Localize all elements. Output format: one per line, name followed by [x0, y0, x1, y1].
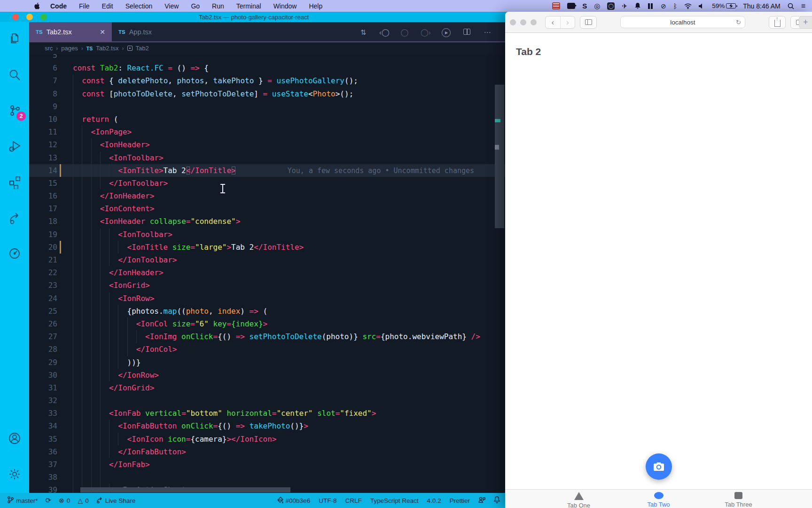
status-prettier[interactable]: Prettier — [449, 497, 470, 504]
status-live-share[interactable]: Live Share — [96, 497, 136, 505]
status-utf-8[interactable]: UTF-8 — [319, 497, 336, 504]
letter-s-icon[interactable]: S — [582, 2, 587, 10]
activity-extensions-icon[interactable] — [7, 175, 22, 190]
volume-icon[interactable] — [699, 2, 705, 10]
breadcrumb-item-pages[interactable]: pages — [61, 45, 78, 52]
activity-source-control-icon[interactable]: 2 — [7, 103, 22, 118]
activity-live-share-icon[interactable] — [7, 210, 22, 225]
rocket-icon[interactable]: ✈ — [622, 2, 627, 10]
status-error[interactable]: ⊗0 — [59, 497, 70, 504]
sidebar-button[interactable] — [580, 16, 597, 29]
menu-item-selection[interactable]: Selection — [125, 2, 153, 10]
code-token: , — [168, 76, 177, 85]
vscode-title-bar[interactable]: Tab2.tsx — photo-gallery-capacitor-react — [0, 12, 508, 22]
gutter-space — [60, 254, 61, 266]
line-number: 26 — [29, 318, 57, 330]
breadcrumb[interactable]: src›pages›TSTab2.tsx›Tab2 — [29, 42, 508, 54]
horizontal-scrollbar[interactable] — [80, 487, 290, 492]
address-bar[interactable]: localhost ↻ — [620, 16, 745, 28]
menu-clock[interactable]: Thu 8:46 AM — [743, 2, 780, 10]
code-token — [272, 76, 277, 85]
menu-item-terminal[interactable]: Terminal — [236, 2, 261, 10]
indent-guide — [73, 151, 82, 164]
tab-button-tab-two[interactable]: Tab Two — [638, 492, 679, 508]
next-change-icon[interactable]: ◯› — [421, 28, 430, 37]
zoom-window-button[interactable] — [40, 14, 47, 20]
vertical-scrollbar[interactable] — [495, 85, 504, 228]
center-change-icon[interactable]: ◯ — [400, 28, 409, 37]
activity-run-debug-icon[interactable] — [7, 139, 22, 154]
breadcrumb-item-src[interactable]: src — [45, 45, 53, 52]
forward-button[interactable]: › — [560, 16, 575, 28]
battery-indicator[interactable]: 59% — [712, 2, 736, 10]
menu-item-edit[interactable]: Edit — [102, 2, 113, 10]
status-typescript-react[interactable]: TypeScript React — [370, 497, 419, 504]
status-paint-bucket[interactable]: #00b3e6 — [277, 497, 311, 505]
window-title: Tab2.tsx — photo-gallery-capacitor-react — [199, 14, 309, 21]
menu-item-view[interactable]: View — [164, 2, 179, 10]
code-line: 27<IonImg onClick={() => setPhotoToDelet… — [29, 330, 508, 343]
breadcrumb-item-tab2.tsx[interactable]: Tab2.tsx — [96, 45, 118, 52]
activity-explorer-icon[interactable] — [7, 32, 22, 47]
menu-item-file[interactable]: File — [79, 2, 90, 10]
ionic-tab-bar: Tab OneTab TwoTab Three — [505, 489, 812, 508]
safari-window: ‹ › localhost ↻ + Tab 2 Tab OneTab TwoTa… — [505, 12, 812, 508]
ionic-app-page: Tab 2 Tab OneTab TwoTab Three — [505, 33, 812, 508]
indent-guide — [109, 433, 118, 445]
activity-settings-gear-icon[interactable] — [7, 467, 22, 482]
close-window-button[interactable] — [12, 14, 19, 20]
editor-tab-app.tsx[interactable]: TSApp.tsx — [112, 22, 186, 41]
menu-item-code[interactable]: Code — [50, 2, 67, 10]
status-crlf[interactable]: CRLF — [345, 497, 361, 504]
screen-record-icon[interactable]: ◯ — [607, 2, 615, 10]
activity-account-icon[interactable] — [7, 431, 22, 446]
activity-run-circle-icon[interactable] — [7, 246, 22, 261]
share-button[interactable] — [769, 16, 786, 29]
menu-item-window[interactable]: Window — [273, 2, 297, 10]
apple-menu-icon[interactable] — [34, 2, 41, 9]
activity-search-icon[interactable] — [7, 67, 22, 82]
tab-button-tab-three[interactable]: Tab Three — [718, 492, 759, 508]
editor-tab-tab2.tsx[interactable]: TSTab2.tsx✕ — [29, 22, 112, 41]
zoom-window-button[interactable] — [531, 19, 537, 25]
camera-icon[interactable] — [567, 2, 575, 10]
status-label: Live Share — [105, 497, 136, 504]
breadcrumb-item-tab2[interactable]: Tab2 — [136, 45, 149, 52]
wifi-icon[interactable] — [684, 2, 692, 10]
close-window-button[interactable] — [510, 19, 516, 25]
reload-icon[interactable]: ↻ — [736, 19, 741, 26]
record-icon[interactable]: ◎ — [594, 2, 600, 10]
back-button[interactable]: ‹ — [546, 16, 560, 28]
code-token: , — [209, 307, 218, 316]
menu-item-go[interactable]: Go — [191, 2, 200, 10]
new-tab-button[interactable]: + — [799, 16, 812, 29]
menu-item-help[interactable]: Help — [309, 2, 322, 10]
split-editor-icon[interactable] — [462, 28, 471, 36]
more-actions-icon[interactable]: ⋯ — [483, 28, 492, 37]
status-feedback[interactable] — [478, 497, 485, 505]
code-editor[interactable]: 56const Tab2: React.FC = () => {7const {… — [29, 54, 508, 493]
minimize-window-button[interactable] — [26, 14, 33, 20]
bars-icon[interactable] — [648, 2, 654, 10]
status-warning[interactable]: △0 — [78, 497, 88, 504]
circle-slash-icon[interactable]: ⊘ — [661, 2, 666, 10]
bluetooth-icon[interactable]: ᛒ — [673, 2, 677, 10]
status-notifications-bell[interactable] — [494, 496, 500, 505]
list-icon[interactable]: ≡ — [801, 2, 805, 10]
open-changes-icon[interactable]: ⇅ — [359, 28, 368, 37]
run-icon[interactable]: ▶ — [441, 27, 451, 37]
bell-icon[interactable] — [634, 2, 641, 10]
status-sync[interactable]: ⟳ — [46, 496, 52, 505]
status-4-0-2[interactable]: 4.0.2 — [427, 497, 441, 504]
breadcrumb-separator: › — [56, 45, 58, 52]
camera-fab-button[interactable] — [646, 453, 672, 480]
menu-item-run[interactable]: Run — [212, 2, 224, 10]
tab-button-tab-one[interactable]: Tab One — [558, 492, 600, 508]
line-number: 28 — [29, 343, 57, 356]
film-icon[interactable] — [552, 2, 560, 10]
previous-change-icon[interactable]: ‹◯ — [379, 28, 389, 37]
status-git-branch[interactable]: master* — [8, 496, 38, 505]
minimize-window-button[interactable] — [520, 19, 526, 25]
close-tab-icon[interactable]: ✕ — [100, 28, 105, 36]
spotlight-search-icon[interactable] — [788, 2, 794, 10]
